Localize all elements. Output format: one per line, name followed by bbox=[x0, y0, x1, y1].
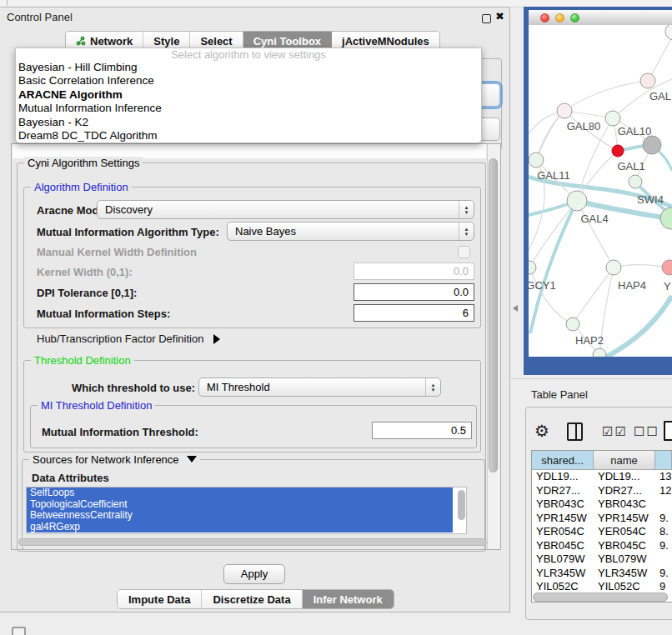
tab-discretize-data[interactable]: Discretize Data bbox=[202, 590, 302, 608]
close-panel-button[interactable]: ✖ bbox=[495, 10, 504, 22]
gear-icon[interactable]: ⚙ bbox=[534, 421, 549, 441]
combo-spinner-icon: ▲▼ bbox=[425, 378, 440, 396]
node-label: GAL1 bbox=[617, 160, 644, 172]
screenshot-stage: Control Panel ✖ Network Style Select bbox=[0, 0, 672, 635]
node-label: GAL4 bbox=[580, 212, 608, 225]
horizontal-scrollbar-thumb[interactable] bbox=[18, 538, 487, 546]
network-window-titlebar[interactable] bbox=[529, 10, 672, 26]
combo-spinner-icon: ▲▼ bbox=[459, 222, 474, 240]
network-node-salmon[interactable] bbox=[662, 260, 672, 275]
network-node-green-large[interactable] bbox=[660, 208, 672, 229]
bottom-tabbar: Impute Data Discretize Data Infer Networ… bbox=[117, 589, 394, 609]
data-attributes-label: Data Attributes bbox=[32, 472, 109, 484]
minimized-panel-icon[interactable] bbox=[12, 627, 26, 635]
node-label: GAL80 bbox=[567, 120, 600, 132]
table-row[interactable]: YBR045C YBR045C 9. bbox=[532, 539, 672, 553]
network-node-gal4[interactable] bbox=[567, 191, 587, 211]
list-scrollbar-thumb[interactable] bbox=[458, 490, 465, 520]
popup-item-dream8[interactable]: Dream8 DC_TDC Algorithm bbox=[16, 129, 481, 142]
manual-kernel-label: Manual Kernel Width Definition bbox=[37, 246, 197, 258]
algorithm-definition-title: Algorithm Definition bbox=[31, 181, 132, 193]
traffic-light-zoom-icon[interactable] bbox=[570, 13, 579, 22]
popup-item-aracne[interactable]: ARACNE Algorithm bbox=[16, 88, 481, 102]
aracne-mode-select[interactable]: Discovery ▲▼ bbox=[97, 200, 474, 219]
table-horizontal-scrollbar[interactable] bbox=[533, 592, 668, 602]
network-node-gal1[interactable] bbox=[612, 145, 624, 157]
popup-item-bayesian-k2[interactable]: Bayesian - K2 bbox=[16, 116, 481, 129]
node-label: GCY1 bbox=[529, 279, 556, 292]
popup-item-mutual-information[interactable]: Mutual Information Inference bbox=[16, 102, 481, 115]
traffic-light-close-icon[interactable] bbox=[540, 13, 549, 22]
apply-button[interactable]: Apply bbox=[223, 564, 285, 584]
table-panel-title: Table Panel bbox=[531, 388, 588, 401]
tab-network-label: Network bbox=[90, 35, 133, 48]
select-all-icon[interactable]: ☑☑ bbox=[602, 424, 628, 439]
node-label: GAL bbox=[649, 90, 671, 102]
traffic-light-minimize-icon[interactable] bbox=[555, 13, 564, 22]
list-item-topologicalcoefficient[interactable]: TopologicalCoefficient bbox=[27, 499, 453, 511]
node-table: shared... name YDL19... YDL19... 13 YDR2… bbox=[531, 450, 672, 602]
network-node-gal10[interactable] bbox=[605, 111, 620, 126]
network-node-gal80[interactable] bbox=[557, 103, 572, 118]
splitter-collapse-arrow-icon[interactable] bbox=[513, 305, 518, 312]
vertical-scrollbar-thumb[interactable] bbox=[489, 158, 498, 472]
tab-impute-data[interactable]: Impute Data bbox=[118, 590, 202, 608]
table-header-name[interactable]: name bbox=[594, 451, 655, 469]
mi-threshold-field[interactable]: 0.5 bbox=[372, 422, 472, 439]
dpi-tolerance-label: DPI Tolerance [0,1]: bbox=[37, 287, 137, 299]
table-row[interactable]: YER054C YER054C 8. bbox=[532, 525, 672, 539]
columns-icon[interactable] bbox=[567, 422, 583, 441]
manual-kernel-checkbox[interactable] bbox=[458, 246, 470, 258]
control-panel-title: Control Panel bbox=[7, 11, 73, 23]
network-icon bbox=[76, 36, 86, 46]
hub-definition-expander[interactable]: Hub/Transcription Factor Definition bbox=[37, 332, 220, 345]
sources-expander[interactable]: Sources for Network Inference bbox=[29, 453, 200, 466]
table-row[interactable]: YPR145W YPR145W 9. bbox=[532, 512, 672, 526]
table-row[interactable]: YBL079W YBL079W bbox=[532, 552, 672, 567]
cyni-settings-group-title: Cyni Algorithm Settings bbox=[24, 157, 143, 169]
node-label: Y bbox=[664, 280, 671, 292]
network-node-hap2[interactable] bbox=[566, 318, 579, 331]
table-row[interactable]: YDL19... YDL19... 13 bbox=[532, 470, 672, 484]
top-strip-divider bbox=[7, 0, 8, 6]
table-header-partial[interactable] bbox=[655, 451, 672, 469]
table-row[interactable]: YLR345W YLR345W 9. bbox=[532, 567, 672, 581]
popup-item-bayesian-hill-climbing[interactable]: Bayesian - Hill Climbing bbox=[16, 61, 481, 74]
table-row[interactable]: YBR043C YBR043C bbox=[532, 498, 672, 512]
mi-steps-field[interactable]: 6 bbox=[354, 304, 474, 322]
network-canvas[interactable]: GAL GAL80 GAL10 GAL1 GAL11 SWI4 GAL4 GCY… bbox=[529, 25, 672, 357]
list-item-gal4rgexp[interactable]: gal4RGexp bbox=[27, 522, 453, 533]
algorithm-dropdown-popup: Select algorithm to view settings Bayesi… bbox=[15, 48, 482, 143]
kernel-width-field[interactable]: 0.0 bbox=[354, 262, 474, 280]
network-node-gcy1[interactable] bbox=[529, 261, 536, 274]
dpi-tolerance-field[interactable]: 0.0 bbox=[354, 283, 474, 301]
network-node-hap4[interactable] bbox=[606, 260, 621, 275]
tab-infer-network[interactable]: Infer Network bbox=[303, 590, 394, 608]
table-header-shared-name[interactable]: shared... bbox=[532, 451, 594, 469]
which-threshold-label: Which threshold to use: bbox=[72, 382, 195, 394]
network-node-swi4[interactable] bbox=[629, 175, 642, 188]
data-attributes-list[interactable]: SelfLoops TopologicalCoefficient Between… bbox=[26, 487, 467, 534]
unselect-all-icon[interactable]: ☐☐ bbox=[634, 424, 659, 439]
which-threshold-select[interactable]: MI Threshold ▲▼ bbox=[198, 378, 441, 397]
panel-divider bbox=[511, 378, 672, 379]
new-table-icon[interactable] bbox=[664, 421, 672, 441]
table-header-row: shared... name bbox=[532, 451, 672, 470]
node-label: GAL10 bbox=[618, 125, 651, 138]
network-node-gray[interactable] bbox=[643, 136, 661, 154]
float-window-button[interactable] bbox=[482, 14, 491, 23]
node-label: HAP2 bbox=[575, 334, 604, 347]
mi-type-select[interactable]: Naive Bayes ▲▼ bbox=[227, 222, 474, 241]
network-node[interactable] bbox=[665, 25, 672, 40]
chevron-right-icon bbox=[213, 334, 220, 344]
table-row[interactable]: YDR27... YDR27... 12 bbox=[532, 484, 672, 498]
mi-threshold-group-title: MI Threshold Definition bbox=[38, 399, 155, 412]
network-node-gal[interactable] bbox=[640, 73, 655, 88]
popup-placeholder: Select algorithm to view settings bbox=[16, 48, 481, 61]
list-item-selfloops[interactable]: SelfLoops bbox=[27, 488, 453, 499]
popup-item-basic-correlation[interactable]: Basic Correlation Inference bbox=[16, 74, 481, 88]
mi-threshold-label: Mutual Information Threshold: bbox=[42, 426, 198, 438]
list-item-betweennesscentrality[interactable]: BetweennessCentrality bbox=[27, 510, 453, 522]
network-node-gal11[interactable] bbox=[529, 152, 544, 168]
kernel-width-label: Kernel Width (0,1): bbox=[37, 266, 133, 278]
